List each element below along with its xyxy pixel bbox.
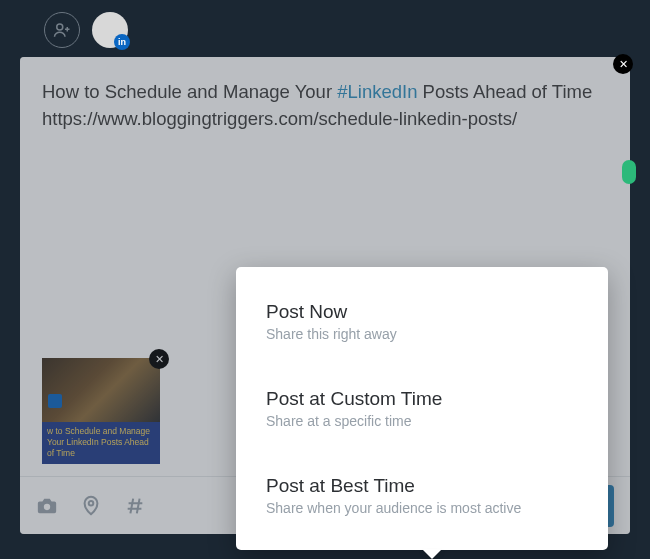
close-icon: ✕ [155,353,164,366]
link-preview-thumbnail[interactable]: w to Schedule and Manage Your LinkedIn P… [42,358,160,464]
person-plus-icon [53,21,71,39]
schedule-dropdown: Post Now Share this right away Post at C… [236,267,608,550]
svg-point-0 [57,24,63,30]
dropdown-item-custom-time[interactable]: Post at Custom Time Share at a specific … [236,376,608,441]
dropdown-item-post-now[interactable]: Post Now Share this right away [236,289,608,354]
linkedin-account-avatar[interactable]: in [92,12,128,48]
account-avatars: in [44,12,128,48]
compose-textarea[interactable]: How to Schedule and Manage Your #LinkedI… [20,57,630,133]
close-icon: ✕ [619,58,628,71]
dropdown-item-best-time[interactable]: Post at Best Time Share when your audien… [236,463,608,528]
hashtag-button[interactable] [124,495,146,517]
dropdown-item-title: Post at Custom Time [266,388,578,410]
dropdown-item-subtitle: Share when your audience is most active [266,500,578,516]
remove-thumbnail-button[interactable]: ✕ [149,349,169,369]
svg-point-4 [89,500,94,505]
dropdown-item-subtitle: Share this right away [266,326,578,342]
linkedin-icon [48,394,62,408]
thumbnail-caption: w to Schedule and Manage Your LinkedIn P… [42,422,160,464]
linkedin-badge-icon: in [114,34,130,50]
add-account-avatar[interactable] [44,12,80,48]
svg-point-3 [44,503,50,509]
compose-text-prefix: How to Schedule and Manage Your [42,81,337,102]
svg-line-7 [130,498,133,513]
dropdown-tail [422,549,442,559]
dropdown-item-subtitle: Share at a specific time [266,413,578,429]
dropdown-item-title: Post at Best Time [266,475,578,497]
svg-line-8 [137,498,140,513]
location-pin-icon [80,495,102,517]
composer-modal: How to Schedule and Manage Your #LinkedI… [20,57,630,534]
camera-icon [36,495,58,517]
camera-button[interactable] [36,495,58,517]
dropdown-item-title: Post Now [266,301,578,323]
location-button[interactable] [80,495,102,517]
hashtag-icon [124,495,146,517]
thumbnail-image [42,358,160,422]
close-composer-button[interactable]: ✕ [613,54,633,74]
hashtag-link[interactable]: #LinkedIn [337,81,417,102]
status-indicator [622,160,636,184]
